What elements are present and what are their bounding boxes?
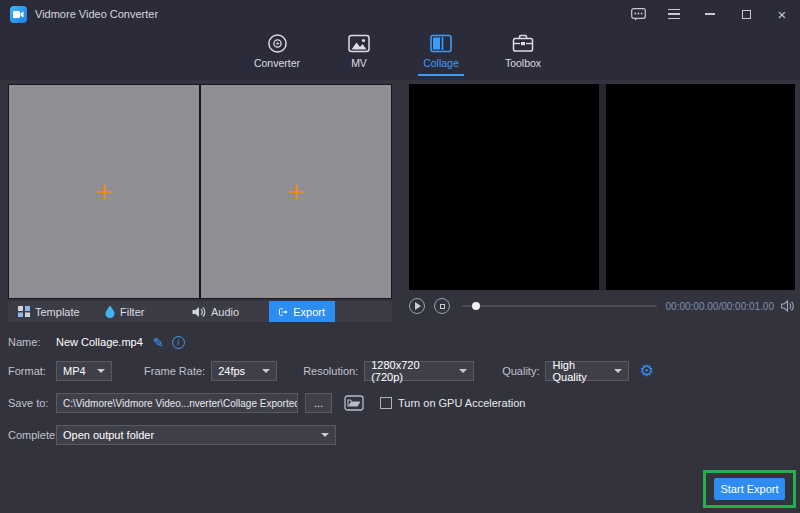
tab-label: MV xyxy=(351,57,367,69)
seek-track[interactable] xyxy=(462,305,657,307)
preview-area xyxy=(409,84,795,290)
complete-value: Open output folder xyxy=(63,429,154,441)
open-folder-icon[interactable] xyxy=(344,395,364,411)
saveto-label: Save to: xyxy=(8,397,56,409)
format-label: Format: xyxy=(8,365,56,377)
complete-row: Complete: Open output folder xyxy=(8,424,336,446)
add-video-icon[interactable]: + xyxy=(95,177,113,207)
collage-icon xyxy=(430,32,452,54)
quality-label: Quality: xyxy=(502,365,539,377)
tab-toolbox[interactable]: Toolbox xyxy=(490,30,556,76)
quality-value: High Quality xyxy=(552,359,608,383)
converter-icon xyxy=(267,32,288,54)
close-button[interactable]: × xyxy=(774,6,790,22)
format-select[interactable]: MP4 xyxy=(56,361,112,381)
menu-icon[interactable] xyxy=(666,6,682,22)
gpu-label: Turn on GPU Acceleration xyxy=(398,397,525,409)
tool-label: Template xyxy=(35,306,80,318)
resolution-label: Resolution: xyxy=(303,365,358,377)
collage-toolbar: Template Filter Audio Export xyxy=(8,301,392,322)
saveto-value: C:\Vidmore\Vidmore Video...nverter\Colla… xyxy=(63,398,298,409)
tab-label: Converter xyxy=(254,57,300,69)
toolbox-icon xyxy=(512,32,534,54)
tab-template[interactable]: Template xyxy=(8,301,95,322)
complete-select[interactable]: Open output folder xyxy=(56,425,336,445)
complete-label: Complete: xyxy=(8,429,56,441)
tab-audio[interactable]: Audio xyxy=(182,301,269,322)
resolution-select[interactable]: 1280x720 (720p) xyxy=(364,361,474,381)
browse-button[interactable]: ... xyxy=(305,393,332,413)
saveto-input[interactable]: C:\Vidmore\Vidmore Video...nverter\Colla… xyxy=(56,393,298,413)
chevron-down-icon xyxy=(459,369,467,373)
audio-icon xyxy=(192,306,206,318)
tool-label: Audio xyxy=(211,306,239,318)
titlebar: Vidmore Video Converter × xyxy=(0,0,800,28)
start-export-button[interactable]: Start Export xyxy=(714,478,785,500)
top-chrome: Vidmore Video Converter × Converter MV xyxy=(0,0,800,80)
chevron-down-icon xyxy=(262,369,270,373)
tab-collage[interactable]: Collage xyxy=(408,30,474,76)
stop-icon xyxy=(440,304,445,309)
volume-icon[interactable] xyxy=(781,300,795,312)
name-row: Name: New Collage.mp4 ✎ i xyxy=(8,331,185,353)
app-logo-icon xyxy=(10,6,27,23)
gpu-checkbox[interactable] xyxy=(380,397,392,409)
seek-handle[interactable] xyxy=(472,302,480,310)
export-icon xyxy=(279,306,288,318)
framerate-value: 24fps xyxy=(218,365,245,377)
add-video-icon[interactable]: + xyxy=(287,177,305,207)
preview-screen-2 xyxy=(606,84,796,290)
tab-mv[interactable]: MV xyxy=(326,30,392,76)
preview-screen-1 xyxy=(409,84,599,290)
chevron-down-icon xyxy=(321,433,329,437)
tool-label: Export xyxy=(293,306,325,318)
resolution-value: 1280x720 (720p) xyxy=(371,359,453,383)
collage-cell-2[interactable]: + xyxy=(201,85,391,298)
name-value: New Collage.mp4 xyxy=(56,336,143,348)
tab-filter[interactable]: Filter xyxy=(95,301,182,322)
window-title: Vidmore Video Converter xyxy=(35,8,158,20)
edit-name-icon[interactable]: ✎ xyxy=(153,335,164,350)
format-value: MP4 xyxy=(63,365,86,377)
framerate-label: Frame Rate: xyxy=(144,365,205,377)
collage-canvas: + + xyxy=(8,84,392,299)
collage-cell-1[interactable]: + xyxy=(9,85,199,298)
info-icon[interactable]: i xyxy=(172,336,185,349)
format-row: Format: MP4 Frame Rate: 24fps Resolution… xyxy=(8,360,654,382)
filter-icon xyxy=(105,305,115,318)
template-icon xyxy=(18,306,30,317)
minimize-button[interactable] xyxy=(702,6,718,22)
settings-gear-icon[interactable]: ⚙ xyxy=(639,363,653,379)
chevron-down-icon xyxy=(97,369,105,373)
play-icon xyxy=(415,302,421,310)
mv-icon xyxy=(348,32,370,54)
quality-select[interactable]: High Quality xyxy=(545,361,629,381)
tool-label: Filter xyxy=(120,306,144,318)
tab-export[interactable]: Export xyxy=(269,301,335,322)
tab-converter[interactable]: Converter xyxy=(244,30,310,76)
saveto-row: Save to: C:\Vidmore\Vidmore Video...nver… xyxy=(8,392,525,414)
name-label: Name: xyxy=(8,336,56,348)
tab-label: Toolbox xyxy=(505,57,541,69)
chevron-down-icon xyxy=(614,369,622,373)
seek-slider[interactable] xyxy=(462,300,657,312)
highlight-annotation: Start Export xyxy=(703,470,796,508)
feedback-icon[interactable] xyxy=(630,6,646,22)
playback-controls: 00:00:00.00/00:00:01.00 xyxy=(409,294,795,318)
maximize-button[interactable] xyxy=(738,6,754,22)
framerate-select[interactable]: 24fps xyxy=(211,361,277,381)
play-button[interactable] xyxy=(409,298,425,314)
tab-label: Collage xyxy=(423,57,459,69)
time-display: 00:00:00.00/00:00:01.00 xyxy=(666,301,774,312)
main-nav: Converter MV Collage Toolbox xyxy=(0,30,800,76)
stop-button[interactable] xyxy=(434,298,450,314)
